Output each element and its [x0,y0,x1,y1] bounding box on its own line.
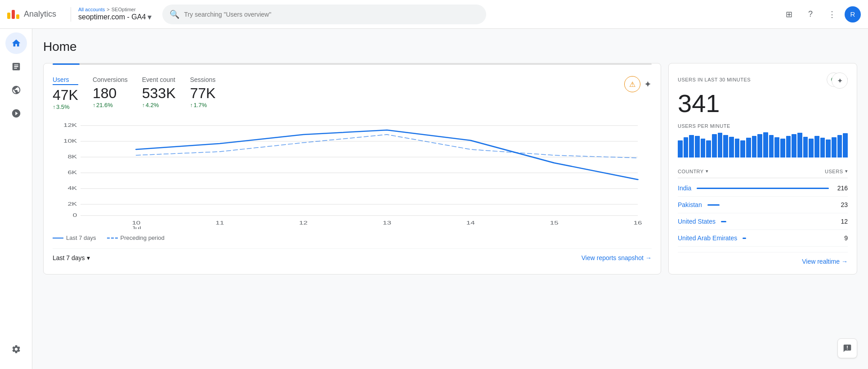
users-col-header[interactable]: USERS ▾ [825,168,848,174]
conversions-label[interactable]: Conversions [93,76,128,83]
apps-button[interactable]: ⊞ [780,5,798,23]
period-dropdown-icon: ▾ [87,254,90,261]
realtime-header: USERS IN LAST 30 MINUTES ▾ [678,72,848,87]
legend-dashed: Preceding period [107,234,165,241]
country-bar-container [697,188,829,189]
bar [843,133,848,158]
conversions-change: ↑ 21.6% [93,102,128,108]
metric-event-count[interactable]: Event count 533K ↑ 4.2% [142,76,176,108]
bar [792,134,796,158]
customize-button[interactable]: ✦ [832,72,848,89]
search-input[interactable] [184,11,479,18]
users-label[interactable]: Users [53,76,78,85]
country-bar-container [743,238,829,239]
bar [678,140,683,158]
users-per-min-label: USERS PER MINUTE [678,123,848,129]
feedback-button[interactable] [837,338,857,358]
chart-legend: Last 7 days Preceding period [53,234,652,241]
help-button[interactable]: ? [801,5,819,23]
svg-text:Jul: Jul [131,225,141,229]
logo-bar-3 [16,14,19,19]
sidebar-item-settings[interactable] [5,338,27,360]
bar [752,136,757,158]
event-count-label[interactable]: Event count [142,76,176,83]
country-count: 12 [834,218,848,225]
view-reports-link[interactable]: View reports snapshot → [582,254,652,261]
bar [763,132,768,158]
country-name[interactable]: Pakistan [678,201,702,208]
bar [723,135,728,158]
bar [814,136,819,158]
search-bar[interactable]: 🔍 [162,4,486,24]
bar [701,139,706,158]
dashboard-grid: Users 47K ↑ 3.5% Conversions 180 ↑ 21.6% [43,63,857,274]
sidebar-item-advertising[interactable] [5,103,27,124]
bar [803,137,808,158]
users-per-minute-chart [678,132,848,158]
country-row: United States 12 [678,213,848,230]
chart-container: 12K 10K 8K 6K 4K 2K 0 10 Jul [53,121,652,229]
period-selector[interactable]: Last 7 days ▾ [53,254,90,261]
sidebar-bottom [5,338,27,362]
view-realtime-link[interactable]: View realtime → [802,258,848,265]
bar [826,140,831,158]
nav-account: All accounts > SEOptimer seoptimer.com -… [78,7,152,22]
sidebar-item-explore[interactable] [5,79,27,101]
logo-bar-2 [12,10,15,19]
svg-text:13: 13 [383,220,391,225]
all-accounts-link[interactable]: All accounts [78,7,105,12]
country-name[interactable]: United Arab Emirates [678,234,737,242]
bar [718,133,723,158]
bar [706,140,711,158]
legend-solid: Last 7 days [53,234,96,241]
top-nav: Analytics All accounts > SEOptimer seopt… [0,0,868,29]
realtime-card: ✦ USERS IN LAST 30 MINUTES ▾ 341 USERS P… [668,63,857,274]
country-bar [743,238,746,239]
sparkle-icon[interactable]: ✦ [644,79,652,90]
country-count: 9 [834,234,848,242]
country-name[interactable]: United States [678,218,716,225]
metric-users[interactable]: Users 47K ↑ 3.5% [53,76,78,110]
sidebar-item-reports[interactable] [5,56,27,77]
bar [797,133,802,158]
country-row: India 216 [678,180,848,197]
country-bar [721,221,726,222]
more-options-button[interactable]: ⋮ [823,5,841,23]
event-count-change: ↑ 4.2% [142,102,176,108]
legend-dashed-line [107,238,118,238]
metric-conversions[interactable]: Conversions 180 ↑ 21.6% [93,76,128,108]
svg-text:8K: 8K [67,154,77,159]
svg-text:12: 12 [299,220,308,225]
bar [729,137,734,158]
sessions-change: ↑ 1.7% [190,102,216,108]
sidebar-item-home[interactable] [5,32,27,54]
country-bar [697,188,829,189]
sessions-label[interactable]: Sessions [190,76,216,83]
metrics-row: Users 47K ↑ 3.5% Conversions 180 ↑ 21.6% [53,76,652,110]
metric-sessions[interactable]: Sessions 77K ↑ 1.7% [190,76,216,108]
main-content: Home Users 47K ↑ 3.5% Conversi [32,29,868,369]
property-selector[interactable]: seoptimer.com - GA4 ▾ [78,12,152,22]
search-icon: 🔍 [170,9,179,19]
bar [684,137,689,158]
app-title: Analytics [24,9,56,19]
avatar[interactable]: R [845,6,861,22]
svg-text:10: 10 [132,220,140,225]
nav-logo: Analytics [7,9,56,19]
bar [689,135,694,158]
bar [774,137,779,158]
sidebar [0,29,32,369]
users-value: 47K [53,87,78,104]
nav-divider [71,7,71,22]
country-bar-container [707,204,829,206]
bar [769,135,774,158]
country-count: 216 [834,184,848,192]
conversions-value: 180 [93,85,128,102]
svg-text:0: 0 [73,212,77,218]
country-row: United Arab Emirates 9 [678,230,848,247]
breadcrumb: All accounts > SEOptimer [78,7,152,12]
country-col-header[interactable]: COUNTRY ▾ [678,168,708,174]
country-name[interactable]: India [678,184,691,192]
svg-text:12K: 12K [63,122,77,128]
warning-icon[interactable]: ⚠ [624,76,640,92]
